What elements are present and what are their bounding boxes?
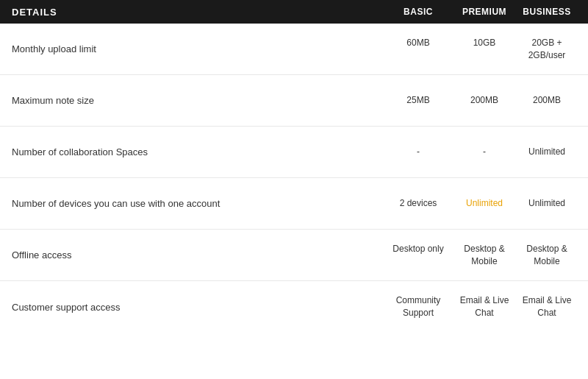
- row-label: Offline access: [12, 249, 385, 261]
- cell-premium: Unlimited: [451, 197, 517, 210]
- row-label: Number of devices you can use with one a…: [12, 198, 385, 209]
- row-values: 25MB200MB200MB: [385, 94, 576, 107]
- cell-business: 200MB: [517, 94, 576, 107]
- cell-premium: Desktop & Mobile: [451, 243, 517, 268]
- row-values: 60MB10GB20GB + 2GB/user: [385, 37, 576, 62]
- row-values: Desktop onlyDesktop & MobileDesktop & Mo…: [385, 243, 576, 268]
- row-values: Community SupportEmail & Live ChatEmail …: [385, 294, 576, 319]
- col-basic-header: BASIC: [385, 7, 451, 17]
- cell-basic: Community Support: [385, 294, 451, 319]
- cell-business: Email & Live Chat: [517, 294, 576, 319]
- table-row: Number of devices you can use with one a…: [0, 178, 588, 230]
- cell-premium: 10GB: [451, 37, 517, 62]
- cell-basic: 25MB: [385, 94, 451, 107]
- row-values: 2 devicesUnlimitedUnlimited: [385, 197, 576, 210]
- header: DETAILS BASIC PREMIUM BUSINESS: [0, 0, 588, 24]
- row-label: Monthly upload limit: [12, 43, 385, 54]
- row-values: --Unlimited: [385, 146, 576, 158]
- table-row: Offline accessDesktop onlyDesktop & Mobi…: [0, 230, 588, 281]
- row-label: Customer support access: [12, 302, 385, 313]
- cell-business: Unlimited: [517, 197, 576, 210]
- table-body: Monthly upload limit60MB10GB20GB + 2GB/u…: [0, 24, 588, 333]
- cell-basic: Desktop only: [385, 243, 451, 268]
- table-row: Monthly upload limit60MB10GB20GB + 2GB/u…: [0, 24, 588, 75]
- header-title: DETAILS: [12, 7, 385, 18]
- col-business-header: BUSINESS: [517, 7, 576, 17]
- col-premium-header: PREMIUM: [451, 7, 517, 17]
- cell-basic: -: [385, 146, 451, 158]
- cell-basic: 2 devices: [385, 197, 451, 210]
- cell-premium: -: [451, 146, 517, 158]
- cell-basic: 60MB: [385, 37, 451, 62]
- row-label: Maximum note size: [12, 95, 385, 106]
- cell-premium: Email & Live Chat: [451, 294, 517, 319]
- table-row: Number of collaboration Spaces--Unlimite…: [0, 127, 588, 178]
- cell-premium: 200MB: [451, 94, 517, 107]
- table-row: Customer support accessCommunity Support…: [0, 281, 588, 333]
- cell-business: 20GB + 2GB/user: [517, 37, 576, 62]
- cell-business: Unlimited: [517, 146, 576, 158]
- header-columns: BASIC PREMIUM BUSINESS: [385, 7, 576, 17]
- cell-business: Desktop & Mobile: [517, 243, 576, 268]
- row-label: Number of collaboration Spaces: [12, 146, 385, 157]
- table-row: Maximum note size25MB200MB200MB: [0, 75, 588, 127]
